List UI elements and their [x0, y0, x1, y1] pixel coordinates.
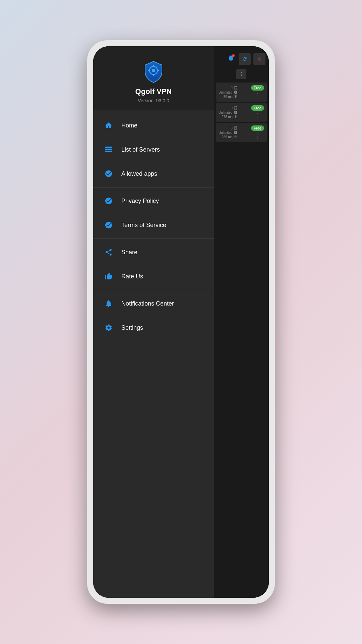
- menu-label-servers: List of Servers: [121, 146, 160, 153]
- menu-item-allowed-apps[interactable]: Allowed apps: [93, 162, 214, 186]
- svg-point-10: [241, 74, 242, 75]
- menu-item-settings[interactable]: Settings: [93, 316, 214, 340]
- divider-3: [93, 290, 214, 290]
- server-1-more[interactable]: ⋮: [254, 92, 260, 99]
- drawer-header: Qgolf VPN Version: 93.0.0: [93, 46, 214, 110]
- menu-item-notifications[interactable]: Notifications Center: [93, 291, 214, 316]
- menu-list: Home List of Servers: [93, 110, 214, 598]
- menu-item-share[interactable]: Share: [93, 240, 214, 264]
- navigation-drawer: Qgolf VPN Version: 93.0.0 Home: [93, 46, 214, 598]
- privacy-check-icon: [103, 195, 115, 207]
- bell-icon: [103, 298, 115, 310]
- svg-rect-8: [105, 151, 112, 152]
- server-2-users: 0: [231, 106, 238, 110]
- divider-1: [93, 187, 214, 187]
- server-item-2: 0 Unlimited 275 ms: [216, 103, 267, 122]
- server-stats-1: 0 Unlimited 89 ms: [219, 86, 238, 99]
- server-1-speed: Unlimited: [219, 90, 238, 94]
- server-2-more[interactable]: ⋮: [254, 112, 260, 119]
- menu-label-allowed-apps: Allowed apps: [121, 170, 157, 177]
- notification-badge: [232, 54, 235, 57]
- notification-bell-container: [227, 54, 235, 64]
- refresh-button[interactable]: [239, 53, 251, 65]
- menu-item-servers[interactable]: List of Servers: [93, 138, 214, 162]
- server-3-badge: Free: [251, 125, 264, 131]
- app-logo: [142, 60, 165, 83]
- gear-icon: [103, 322, 115, 334]
- main-content-panel: 0 Unlimited 89 ms: [214, 46, 269, 598]
- menu-label-share: Share: [121, 249, 137, 256]
- svg-point-1: [152, 69, 155, 72]
- menu-label-rate: Rate Us: [121, 273, 143, 280]
- server-3-ping: 266 ms: [222, 135, 238, 139]
- server-2-speed: Unlimited: [219, 110, 238, 114]
- server-row-1: 0 Unlimited 89 ms: [219, 85, 264, 99]
- svg-rect-6: [105, 147, 112, 148]
- menu-item-terms[interactable]: Terms of Service: [93, 213, 214, 237]
- menu-item-privacy[interactable]: Privacy Policy: [93, 189, 214, 213]
- server-list: 0 Unlimited 89 ms: [214, 81, 269, 144]
- home-icon: [103, 119, 115, 131]
- server-3-users: 0: [231, 126, 238, 130]
- share-icon: [103, 246, 115, 258]
- top-actions-bar: [214, 50, 269, 67]
- server-3-more[interactable]: ⋮: [254, 132, 260, 140]
- svg-point-11: [241, 75, 242, 76]
- server-row-2: 0 Unlimited 275 ms: [219, 105, 264, 119]
- server-2-ping: 275 ms: [222, 115, 238, 119]
- app-version: Version: 93.0.0: [138, 98, 169, 103]
- server-item-1: 0 Unlimited 89 ms: [216, 83, 267, 102]
- close-button[interactable]: [253, 53, 265, 65]
- svg-rect-7: [105, 149, 112, 150]
- menu-label-terms: Terms of Service: [121, 222, 166, 229]
- server-stats-3: 0 Unlimited 266 ms: [219, 126, 238, 139]
- server-item-3: 0 Unlimited 266 ms: [216, 123, 267, 142]
- divider-2: [93, 238, 214, 239]
- server-1-ping: 89 ms: [223, 95, 237, 99]
- server-1-badge: Free: [251, 85, 264, 91]
- thumb-up-icon: [103, 270, 115, 282]
- menu-item-rate[interactable]: Rate Us: [93, 264, 214, 288]
- menu-label-settings: Settings: [121, 324, 143, 331]
- check-circle-icon: [103, 168, 115, 180]
- more-options-button[interactable]: [236, 69, 246, 79]
- menu-label-notifications: Notifications Center: [121, 300, 174, 307]
- server-2-badge: Free: [251, 105, 264, 111]
- server-1-users: 0: [231, 86, 238, 90]
- servers-icon: [103, 144, 115, 156]
- menu-label-home: Home: [121, 122, 137, 129]
- server-stats-2: 0 Unlimited 275 ms: [219, 106, 238, 119]
- svg-point-9: [241, 72, 242, 73]
- menu-item-home[interactable]: Home: [93, 113, 214, 138]
- server-3-speed: Unlimited: [219, 130, 238, 135]
- phone-device: Qgolf VPN Version: 93.0.0 Home: [87, 40, 275, 604]
- terms-check-icon: [103, 219, 115, 231]
- menu-label-privacy: Privacy Policy: [121, 198, 159, 205]
- app-title: Qgolf VPN: [135, 87, 172, 96]
- phone-screen: Qgolf VPN Version: 93.0.0 Home: [93, 46, 269, 598]
- server-row-3: 0 Unlimited 266 ms: [219, 125, 264, 140]
